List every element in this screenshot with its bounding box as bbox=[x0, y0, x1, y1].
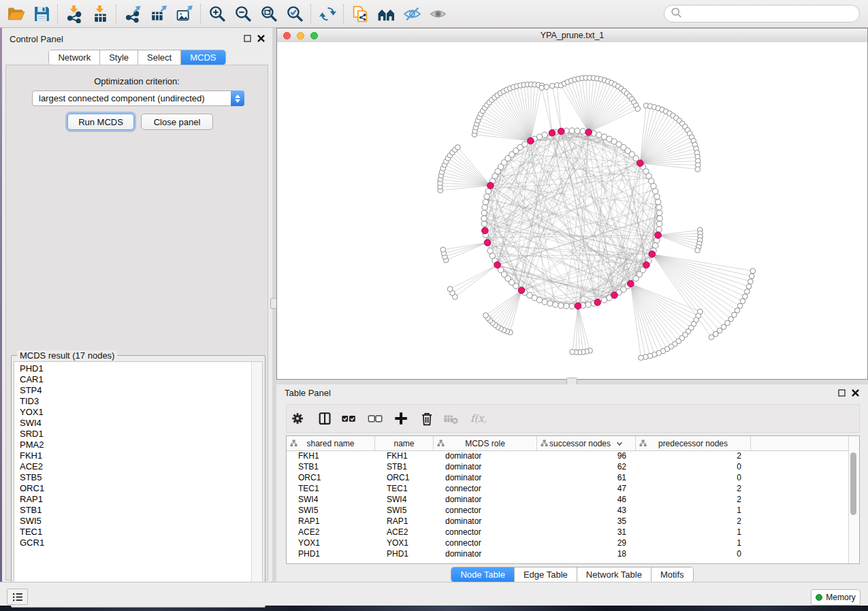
column-header-successor-nodes[interactable]: successor nodes bbox=[537, 436, 636, 450]
column-label: MCDS role bbox=[465, 439, 505, 448]
table-cell: 0 bbox=[636, 461, 751, 472]
table-scrollbar[interactable] bbox=[848, 436, 859, 563]
apply-layout-icon[interactable] bbox=[315, 2, 340, 25]
network-canvas[interactable] bbox=[277, 42, 867, 379]
table-cell: dominator bbox=[434, 461, 537, 472]
show-all-icon[interactable] bbox=[425, 2, 451, 25]
tab-style[interactable]: Style bbox=[100, 50, 138, 65]
table-row[interactable]: SWI4SWI4dominator462 bbox=[287, 494, 849, 505]
table-row[interactable]: SWI5SWI5connector431 bbox=[287, 505, 849, 516]
export-table-icon[interactable] bbox=[146, 2, 172, 25]
mcds-result-item[interactable]: ORC1 bbox=[14, 483, 251, 494]
table-row[interactable]: STB1STB1dominator620 bbox=[287, 461, 849, 472]
mcds-result-item[interactable]: PHD1 bbox=[14, 363, 251, 374]
horizontal-splitter[interactable] bbox=[276, 380, 868, 384]
attribute-type-icon bbox=[541, 440, 548, 449]
network-window-titlebar[interactable]: YPA_prune.txt_1 bbox=[277, 29, 867, 43]
export-image-icon[interactable] bbox=[172, 2, 197, 25]
table-cell: 1 bbox=[636, 538, 751, 548]
mcds-result-item[interactable]: CAR1 bbox=[14, 374, 251, 385]
mcds-result-item[interactable]: GCR1 bbox=[14, 538, 251, 548]
list-icon bbox=[11, 591, 25, 603]
close-panel-icon[interactable] bbox=[257, 34, 266, 43]
clone-network-icon[interactable] bbox=[347, 2, 373, 25]
mcds-result-item[interactable]: SWI4 bbox=[14, 418, 251, 429]
add-column-icon[interactable] bbox=[393, 410, 411, 428]
tab-edge-table[interactable]: Edge Table bbox=[515, 567, 577, 582]
table-row[interactable]: FKH1FKH1dominator962 bbox=[287, 450, 849, 461]
mcds-result-item[interactable]: PMA2 bbox=[14, 440, 251, 450]
tab-network[interactable]: Network bbox=[49, 50, 100, 65]
toolbar-separator bbox=[116, 4, 117, 23]
network-window-title: YPA_prune.txt_1 bbox=[277, 31, 867, 40]
scrollbar-thumb[interactable] bbox=[850, 452, 856, 515]
run-mcds-button[interactable]: Run MCDS bbox=[67, 114, 134, 130]
table-cell: 46 bbox=[537, 494, 636, 505]
float-panel-icon[interactable] bbox=[837, 389, 846, 397]
float-panel-icon[interactable] bbox=[243, 34, 252, 43]
table-row[interactable]: RAP1RAP1dominator352 bbox=[287, 516, 849, 527]
table-row[interactable]: PHD1PHD1dominator180 bbox=[287, 548, 849, 559]
column-header-predecessor-nodes[interactable]: predecessor nodes bbox=[636, 436, 751, 450]
table-cell: ORC1 bbox=[375, 472, 434, 483]
close-panel-icon[interactable] bbox=[851, 389, 860, 397]
mcds-result-item[interactable]: SRD1 bbox=[14, 429, 251, 440]
select-all-icon[interactable] bbox=[340, 410, 358, 428]
mcds-result-title: MCDS result (17 nodes) bbox=[17, 350, 117, 361]
deselect-all-icon[interactable] bbox=[367, 410, 385, 428]
table-cell: 0 bbox=[636, 472, 751, 483]
mcds-result-item[interactable]: STB5 bbox=[14, 472, 251, 483]
first-neighbors-icon[interactable] bbox=[373, 2, 399, 25]
function-builder-icon: f(x) bbox=[469, 410, 487, 428]
column-header-name[interactable]: name bbox=[375, 436, 434, 450]
toolbar-separator bbox=[57, 4, 59, 23]
column-visibility-icon[interactable] bbox=[317, 410, 334, 428]
table-cell: SWI4 bbox=[287, 494, 375, 505]
mcds-list-scrollbar[interactable] bbox=[251, 362, 262, 604]
task-history-button[interactable] bbox=[7, 589, 28, 605]
zoom-fit-icon[interactable] bbox=[256, 2, 282, 25]
zoom-in-icon[interactable] bbox=[204, 2, 230, 25]
zoom-out-icon[interactable] bbox=[230, 2, 256, 25]
column-header-MCDS-role[interactable]: MCDS role bbox=[434, 436, 537, 450]
toolbar-separator bbox=[343, 4, 344, 23]
table-row[interactable]: TEC1TEC1connector472 bbox=[287, 483, 849, 494]
mcds-result-item[interactable]: TEC1 bbox=[14, 527, 251, 538]
close-panel-button[interactable]: Close panel bbox=[141, 114, 213, 130]
delete-column-icon[interactable] bbox=[419, 410, 436, 428]
mcds-result-item[interactable]: TID3 bbox=[14, 396, 251, 407]
table-row[interactable]: ORC1ORC1dominator610 bbox=[287, 472, 849, 483]
open-session-icon[interactable] bbox=[3, 2, 29, 25]
mcds-result-item[interactable]: ACE2 bbox=[14, 461, 251, 472]
tab-mcds[interactable]: MCDS bbox=[181, 50, 225, 65]
table-cell: connector bbox=[434, 505, 537, 516]
table-row[interactable]: YOX1YOX1connector291 bbox=[287, 538, 849, 548]
mcds-result-item[interactable]: STP4 bbox=[14, 385, 251, 396]
export-network-icon[interactable] bbox=[120, 2, 146, 25]
memory-status-icon bbox=[816, 594, 822, 601]
mcds-result-item[interactable]: YOX1 bbox=[14, 407, 251, 418]
tab-node-table[interactable]: Node Table bbox=[451, 567, 515, 582]
delete-table-icon bbox=[443, 410, 460, 428]
hide-selected-icon[interactable] bbox=[399, 2, 425, 25]
save-session-icon[interactable] bbox=[29, 2, 54, 25]
column-header-shared-name[interactable]: shared name bbox=[287, 436, 375, 450]
settings-gear-icon[interactable] bbox=[289, 410, 307, 428]
table-cell: SWI4 bbox=[375, 494, 434, 505]
mcds-result-item[interactable]: RAP1 bbox=[14, 494, 251, 505]
mcds-result-item[interactable]: FKH1 bbox=[14, 450, 251, 461]
mcds-result-item[interactable]: SWI5 bbox=[14, 516, 251, 527]
search-input[interactable] bbox=[682, 6, 859, 21]
attribute-type-icon bbox=[639, 440, 647, 449]
import-table-icon[interactable] bbox=[87, 2, 113, 25]
criterion-select[interactable]: largest connected component (undirected) bbox=[32, 90, 244, 106]
zoom-selected-icon[interactable] bbox=[282, 2, 308, 25]
table-row[interactable]: ACE2ACE2connector311 bbox=[287, 527, 849, 538]
import-network-icon[interactable] bbox=[61, 2, 87, 25]
tab-network-table[interactable]: Network Table bbox=[577, 567, 652, 582]
mcds-result-item[interactable]: STB1 bbox=[14, 505, 251, 516]
tab-select[interactable]: Select bbox=[138, 50, 181, 65]
search-box[interactable] bbox=[664, 5, 860, 22]
memory-button[interactable]: Memory bbox=[811, 589, 861, 606]
tab-motifs[interactable]: Motifs bbox=[652, 567, 693, 582]
